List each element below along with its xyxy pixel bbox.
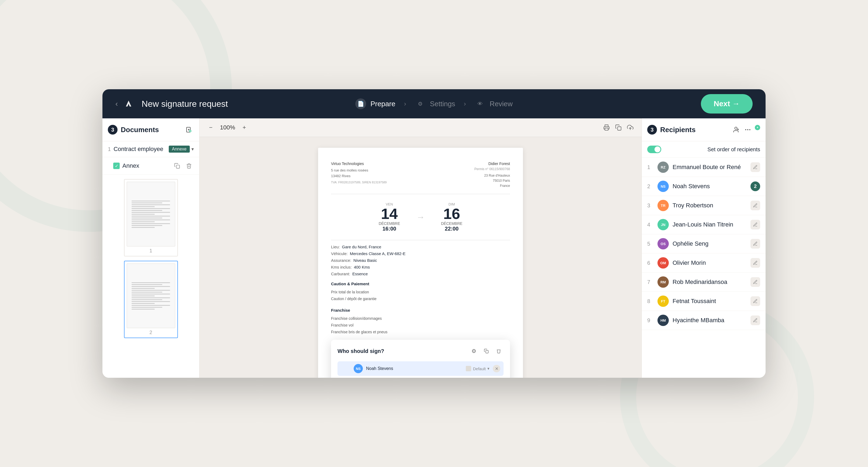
upload-button[interactable] (625, 123, 635, 132)
signer-avatar-1: NS (354, 364, 363, 373)
recipient-sign-badge-5[interactable] (750, 239, 760, 249)
company-info: Virtuo Technologies 5 rue des molles ros… (331, 161, 387, 188)
prepare-icon: 📄 (355, 98, 366, 109)
sign-dialog: Who should sign? ⚙ (331, 340, 510, 378)
recipient-sign-badge-9[interactable] (750, 315, 760, 325)
signer-row-1: NS Noah Stevens Default ▾ ✕ (338, 361, 503, 376)
recipient-sign-badge-3[interactable] (750, 200, 760, 210)
recipient-row-7: 7 RM Rob Medinaridansoa (642, 273, 766, 292)
annex-copy-button[interactable] (172, 161, 182, 171)
recipients-badge: + (755, 125, 760, 130)
svg-rect-10 (486, 350, 489, 353)
recipient-row-3: 3 TR Troy Robertson (642, 196, 766, 215)
step-settings[interactable]: ⚙ Settings (408, 95, 462, 113)
header-left: ‹ New signature request (115, 97, 228, 110)
back-button[interactable]: ‹ (115, 99, 118, 108)
annex-checkbox[interactable]: ✓ (113, 163, 120, 169)
franchise-items: Franchise collision/dommages Franchise v… (331, 315, 510, 336)
recipient-row-1: 1 RZ Emmanuel Boute or René (642, 158, 766, 177)
main-content: 3 Documents (102, 118, 766, 378)
add-document-button[interactable] (184, 125, 194, 134)
recipient-num-4: 4 (647, 222, 654, 228)
copy-button[interactable] (614, 123, 623, 132)
recipient-sign-badge-8[interactable] (750, 296, 760, 306)
recipient-avatar-6: OM (657, 257, 669, 269)
recipient-name-9: Hyacinthe MBamba (673, 317, 747, 324)
document-item-1: 1 Contract employee Annexe ▾ (102, 141, 199, 157)
signer-remove-1[interactable]: ✕ (493, 365, 500, 372)
documents-panel-header: 3 Documents (102, 118, 199, 141)
recipient-row-4: 4 JN Jean-Louis Nian Titrein (642, 215, 766, 234)
dialog-delete-button[interactable] (494, 346, 503, 356)
recipient-sign-badge-1[interactable] (750, 162, 760, 172)
recipients-title: Recipients (660, 126, 696, 134)
documents-step-number: 3 (108, 125, 118, 134)
doc-name: Contract employee (114, 146, 163, 153)
recipients-title-group: 3 Recipients (647, 125, 696, 134)
panel-title-group: 3 Documents (108, 125, 159, 134)
caution-items: Prix total de la location Caution / dépô… (331, 289, 510, 302)
prepare-label: Prepare (370, 100, 396, 108)
recipient-name-4: Jean-Louis Nian Titrein (673, 221, 747, 228)
step-arrow-2: › (464, 100, 466, 107)
dialog-copy-button[interactable] (482, 346, 491, 356)
doc-dropdown-arrow[interactable]: ▾ (191, 146, 194, 152)
annex-name: Annex (122, 162, 139, 169)
review-label: Review (490, 100, 513, 108)
print-button[interactable] (602, 123, 611, 132)
recipient-name-1: Emmanuel Boute or René (673, 164, 747, 171)
center-panel: − 100% + (199, 118, 642, 378)
thumbnail-1[interactable]: 1 (124, 179, 178, 256)
header-steps: 📄 Prepare › ⚙ Settings › 👁 Review (349, 95, 519, 113)
annex-delete-button[interactable] (184, 161, 194, 171)
field-kms: Kms inclus: 400 Kms (331, 265, 510, 269)
svg-point-14 (745, 129, 746, 130)
recipient-row-9: 9 HM Hyacinthe MBamba (642, 311, 766, 330)
recipient-avatar-2: NS (657, 181, 669, 192)
thumbnail-image-1 (127, 182, 175, 246)
center-toolbar: − 100% + (199, 118, 642, 137)
step-prepare[interactable]: 📄 Prepare (349, 95, 402, 113)
recipient-num-6: 6 (647, 260, 654, 266)
zoom-out-button[interactable]: − (206, 123, 216, 132)
signer-type-1: Default ▾ (466, 366, 490, 371)
settings-icon: ⚙ (415, 98, 426, 109)
header: ‹ New signature request 📄 Prepare › ⚙ Se… (102, 89, 766, 118)
sign-dialog-header: Who should sign? ⚙ (338, 346, 503, 356)
recipient-sign-badge-4[interactable] (750, 220, 760, 229)
next-button[interactable]: Next → (701, 94, 753, 114)
caution-section-title: Caution & Paiement (331, 281, 510, 286)
recipient-sign-badge-6[interactable] (750, 258, 760, 268)
recipients-panel: 3 Recipients (642, 118, 766, 378)
recipients-header: 3 Recipients (642, 118, 766, 141)
recipient-name-7: Rob Medinaridansoa (673, 279, 747, 285)
set-order-toggle[interactable] (647, 146, 661, 153)
zoom-in-button[interactable]: + (239, 123, 249, 132)
recipient-num-2: 2 (647, 183, 654, 190)
recipient-num-7: 7 (647, 279, 654, 285)
recipients-more-button[interactable] (743, 125, 753, 134)
date-arrow: → (416, 212, 425, 222)
thumbnail-image-2 (127, 263, 175, 328)
step-review[interactable]: 👁 Review (468, 95, 519, 113)
signer-name-1: Noah Stevens (366, 366, 463, 371)
field-carburant: Carburant: Essence (331, 272, 510, 276)
recipient-row-8: 8 FT Fetnat Toussaint (642, 292, 766, 311)
sign-dialog-actions: ⚙ (469, 346, 503, 356)
documents-title: Documents (121, 126, 159, 134)
recipient-avatar-5: OS (657, 238, 669, 249)
set-order-row: Set order of recipients (642, 141, 766, 158)
svg-rect-6 (176, 165, 180, 168)
svg-point-16 (750, 129, 750, 130)
recipient-avatar-1: RZ (657, 161, 669, 173)
recipient-count-badge-2[interactable]: 2 (750, 182, 760, 191)
thumbnail-2[interactable]: 2 (124, 261, 178, 338)
add-recipient-button[interactable] (731, 125, 741, 134)
dialog-settings-button[interactable]: ⚙ (469, 346, 479, 356)
doc-item-left: 1 Contract employee (108, 146, 163, 153)
recipient-sign-badge-7[interactable] (750, 277, 760, 287)
review-icon: 👁 (475, 98, 486, 109)
doc-fields: Lieu: Gare du Nord, France Véhicule: Mer… (331, 245, 510, 276)
thumbnail-page-2: 2 (127, 330, 175, 335)
annexe-badge: Annexe (169, 146, 190, 153)
